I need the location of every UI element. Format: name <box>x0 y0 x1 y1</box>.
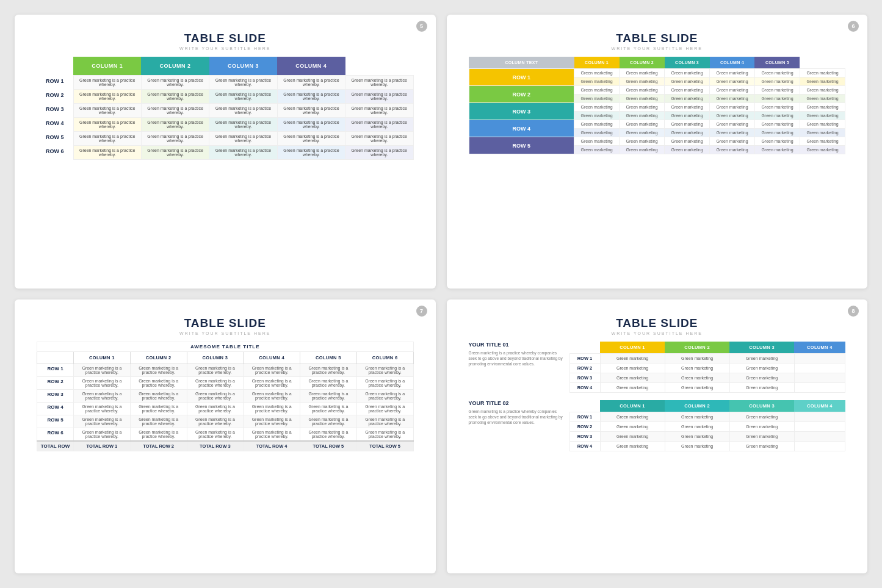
s2-cell: Green marketing <box>620 129 665 137</box>
s3-cell: Green marketing is a practice whereby. <box>187 364 244 377</box>
s4-row-label: ROW 2 <box>569 422 600 432</box>
s2-cell: Green marketing <box>574 112 620 120</box>
s3-total-cell: TOTAL ROW 2 <box>130 441 187 451</box>
slide-2-table: COLUMN TEXT COLUMN 1 COLUMN 2 COLUMN 3 C… <box>469 57 846 154</box>
s1-cell: Green marketing is a practice whereby. <box>141 118 209 132</box>
s2-row-label: ROW 1 <box>469 69 574 86</box>
slide-2-subtitle: WRITE YOUR SUBTITLE HERE <box>612 46 703 51</box>
s3-cell: Green marketing is a practice whereby. <box>130 364 187 377</box>
s1-row-label: ROW 3 <box>37 104 73 118</box>
s3-cell: Green marketing is a practice whereby. <box>244 364 300 377</box>
s4-row-label: ROW 1 <box>569 412 600 422</box>
s2-cell: Green marketing <box>800 103 845 112</box>
s1-row-label: ROW 4 <box>37 118 73 132</box>
s3-cell: Green marketing is a practice whereby. <box>300 403 357 415</box>
s1-row-label: ROW 1 <box>37 76 73 90</box>
slide-1-num: 5 <box>416 21 427 32</box>
s1-cell: Green marketing is a practice whereby. <box>209 76 277 90</box>
slide-1-table: COLUMN 1 COLUMN 2 COLUMN 3 COLUMN 4 COLU… <box>37 57 414 160</box>
s3-col5-header: COLUMN 5 <box>300 352 357 364</box>
s1-cell: Green marketing is a practice whereby. <box>345 104 413 118</box>
s4-cell: Green marketing <box>600 432 665 442</box>
s1-cell: Green marketing is a practice whereby. <box>141 90 209 104</box>
s1-cell: Green marketing is a practice whereby. <box>73 90 141 104</box>
s4t2-col3-header: COLUMN 3 <box>729 400 794 412</box>
s4-section1-title: YOUR TITLE 01 <box>469 342 563 348</box>
s2-cell: Green marketing <box>710 120 755 129</box>
s4-cell: Green marketing <box>600 373 665 383</box>
s3-cell: Green marketing is a practice whereby. <box>130 377 187 390</box>
s3-col1-header: COLUMN 1 <box>74 352 131 364</box>
s1-cell: Green marketing is a practice whereby. <box>209 90 277 104</box>
s4-section1-text: YOUR TITLE 01 Green marketing is a pract… <box>469 342 563 367</box>
slide-4-content: YOUR TITLE 01 Green marketing is a pract… <box>469 342 846 451</box>
s1-cell: Green marketing is a practice whereby. <box>277 76 345 90</box>
s2-cell: Green marketing <box>574 146 620 154</box>
s2-cell: Green marketing <box>620 77 665 86</box>
s4-row-label: ROW 3 <box>569 373 600 383</box>
s1-cell: Green marketing is a practice whereby. <box>73 76 141 90</box>
s4-cell: Green marketing <box>729 354 794 364</box>
s2-cell: Green marketing <box>665 137 710 146</box>
s1-row-label: ROW 2 <box>37 90 73 104</box>
s1-cell: Green marketing is a practice whereby. <box>73 146 141 160</box>
s3-cell: Green marketing is a practice whereby. <box>130 428 187 442</box>
s3-col2-header: COLUMN 2 <box>130 352 187 364</box>
s4-cell: Green marketing <box>600 412 665 422</box>
s4-cell: Green marketing <box>665 442 729 451</box>
s3-total-cell: TOTAL ROW 3 <box>187 441 244 451</box>
s4-cell <box>794 383 845 393</box>
s1-cell: Green marketing is a practice whereby. <box>73 132 141 146</box>
s2-cell: Green marketing <box>620 103 665 112</box>
s2-row-label: ROW 2 <box>469 86 574 103</box>
s3-row-label: ROW 2 <box>37 377 74 390</box>
s3-row-label: ROW 4 <box>37 403 74 415</box>
s4t2-col4-header: COLUMN 4 <box>794 400 845 412</box>
s3-cell: Green marketing is a practice whereby. <box>300 428 357 442</box>
slide-1-subtitle: WRITE YOUR SUBTITLE HERE <box>179 46 270 51</box>
s2-cell: Green marketing <box>574 129 620 137</box>
s2-cell: Green marketing <box>665 120 710 129</box>
s4-cell <box>794 422 845 432</box>
s3-cell: Green marketing is a practice whereby. <box>187 390 244 403</box>
s1-col2-header: COLUMN 2 <box>141 57 209 76</box>
s4-row-label: ROW 2 <box>569 364 600 373</box>
s3-cell: Green marketing is a practice whereby. <box>300 390 357 403</box>
s3-cell: Green marketing is a practice whereby. <box>244 428 300 442</box>
slide-2: 6 TABLE SLIDE WRITE YOUR SUBTITLE HERE C… <box>447 15 868 289</box>
s2-row-label: ROW 3 <box>469 103 574 120</box>
s4-cell: Green marketing <box>665 354 729 364</box>
s4-table1: COLUMN 1 COLUMN 2 COLUMN 3 COLUMN 4 ROW … <box>569 342 846 393</box>
s1-row-label: ROW 6 <box>37 146 73 160</box>
s1-cell: Green marketing is a practice whereby. <box>209 132 277 146</box>
s1-col1-header: COLUMN 1 <box>73 57 141 76</box>
s4-row-label: ROW 4 <box>569 442 600 451</box>
s4t1-col4-header: COLUMN 4 <box>794 342 845 354</box>
s3-cell: Green marketing is a practice whereby. <box>300 377 357 390</box>
s4-section1-body: Green marketing is a practice whereby co… <box>469 350 563 367</box>
s2-col4-header: COLUMN 4 <box>710 57 755 69</box>
slide-3-table: AWESOME TABLE TITLE COLUMN 1 COLUMN 2 CO… <box>37 342 414 451</box>
s4-section2-text: YOUR TITLE 02 Green marketing is a pract… <box>469 400 563 425</box>
s2-col5-header: COLUMN 5 <box>754 57 800 69</box>
s2-cell: Green marketing <box>710 112 755 120</box>
s4-section-2: YOUR TITLE 02 Green marketing is a pract… <box>469 400 846 451</box>
s1-cell: Green marketing is a practice whereby. <box>277 104 345 118</box>
s1-col5-header: COLUMN 5 <box>345 57 413 76</box>
s1-cell: Green marketing is a practice whereby. <box>73 118 141 132</box>
s2-cell: Green marketing <box>665 77 710 86</box>
s2-cell: Green marketing <box>620 137 665 146</box>
s2-cell: Green marketing <box>754 103 800 112</box>
s3-total-cell: TOTAL ROW 5 <box>356 441 413 451</box>
s1-cell: Green marketing is a practice whereby. <box>141 76 209 90</box>
s2-col2-header: COLUMN 2 <box>620 57 665 69</box>
s1-cell: Green marketing is a practice whereby. <box>345 132 413 146</box>
s2-cell: Green marketing <box>800 146 845 154</box>
s1-cell: Green marketing is a practice whereby. <box>141 132 209 146</box>
s4-cell <box>794 442 845 451</box>
s2-cell: Green marketing <box>800 77 845 86</box>
s4-cell: Green marketing <box>729 373 794 383</box>
s4-cell: Green marketing <box>729 442 794 451</box>
s2-cell: Green marketing <box>754 86 800 95</box>
s1-cell: Green marketing is a practice whereby. <box>345 118 413 132</box>
